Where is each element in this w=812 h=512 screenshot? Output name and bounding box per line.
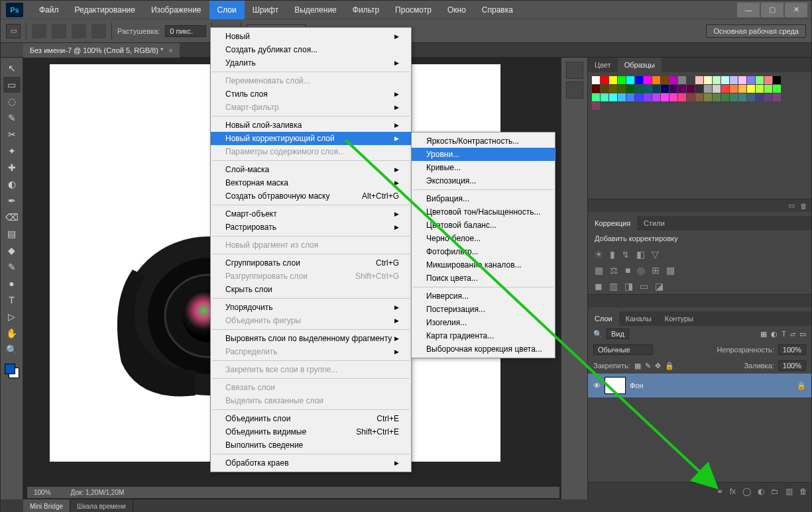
selective-color-icon[interactable]: ◪ [655, 281, 664, 291]
color-swatch-cell[interactable] [678, 93, 686, 101]
lock-pix-icon[interactable]: ✎ [645, 362, 651, 370]
menubar-item[interactable]: Шрифт [245, 1, 286, 19]
color-swatch-cell[interactable] [704, 76, 712, 84]
color-swatch-cell[interactable] [773, 85, 781, 93]
color-swatch-cell[interactable] [669, 85, 677, 93]
close-button[interactable]: ✕ [785, 3, 807, 17]
opacity-input[interactable]: 100% [778, 344, 806, 355]
menu-item[interactable]: Создать обтравочную маскуAlt+Ctrl+G [211, 189, 411, 203]
menu-item[interactable]: Слой-маска▶ [211, 163, 411, 176]
color-swatch-cell[interactable] [695, 93, 703, 101]
curves-icon[interactable]: ↯ [622, 249, 630, 260]
tab-paths[interactable]: Контуры [658, 311, 700, 326]
marquee-sub-icon[interactable] [72, 24, 86, 38]
filter-smart-icon[interactable]: ▭ [799, 330, 806, 338]
brightness-icon[interactable]: ☀ [595, 249, 603, 260]
new-layer-icon[interactable]: ▥ [785, 487, 793, 496]
group-icon[interactable]: 🗀 [771, 487, 779, 496]
color-swatch-cell[interactable] [721, 76, 729, 84]
menu-item[interactable]: Инверсия... [412, 289, 555, 303]
color-swatch-cell[interactable] [661, 93, 669, 101]
color-swatch-cell[interactable] [669, 93, 677, 101]
visibility-icon[interactable]: 👁 [593, 382, 601, 389]
tool-button[interactable]: ✎ [3, 110, 21, 126]
color-swatch-cell[interactable] [747, 85, 755, 93]
color-swatch-cell[interactable] [747, 93, 755, 101]
color-swatch-cell[interactable] [687, 93, 695, 101]
color-swatch-cell[interactable] [738, 76, 746, 84]
menubar-item[interactable]: Выделение [286, 1, 345, 19]
color-swatch-cell[interactable] [609, 76, 617, 84]
tab-timeline[interactable]: Шкала времени [70, 499, 133, 512]
color-swatch-cell[interactable] [626, 93, 634, 101]
tab-layers[interactable]: Слои [588, 311, 619, 326]
color-swatch-cell[interactable] [730, 76, 738, 84]
layer-row[interactable]: 👁 Фон 🔒 [588, 374, 811, 397]
marquee-int-icon[interactable] [91, 24, 106, 38]
mask-icon[interactable]: ◯ [742, 487, 751, 496]
document-tab[interactable]: Без имени-7 @ 100% (Слой 5, RGB/8) * × [23, 43, 180, 58]
menu-item[interactable]: Векторная маска▶ [211, 176, 411, 189]
filter-shape-icon[interactable]: ▱ [790, 330, 795, 338]
menu-item[interactable]: Уровни... [412, 148, 555, 161]
color-swatch-cell[interactable] [635, 93, 643, 101]
menu-item[interactable]: Изогелия... [412, 316, 555, 329]
zoom-level[interactable]: 100% [34, 489, 51, 496]
tool-button[interactable]: ✎ [3, 259, 21, 275]
tool-button[interactable]: ▤ [3, 226, 21, 242]
tab-adjustments[interactable]: Коррекция [588, 216, 637, 230]
color-swatch-cell[interactable] [592, 76, 600, 84]
color-swatch-cell[interactable] [687, 76, 695, 84]
color-swatch-cell[interactable] [644, 85, 652, 93]
menu-item[interactable]: Новый корректирующий слой▶ [211, 132, 411, 145]
color-swatch-cell[interactable] [695, 85, 703, 93]
maximize-button[interactable]: ▢ [761, 3, 783, 17]
color-swatch-cell[interactable] [756, 76, 764, 84]
color-swatch-cell[interactable] [730, 85, 738, 93]
color-swatch-cell[interactable] [713, 85, 721, 93]
menu-item[interactable]: Скрыть слои [211, 283, 411, 296]
menu-item[interactable]: Новый▶ [211, 30, 411, 43]
menubar-item[interactable]: Изображение [143, 1, 209, 19]
lock-all-icon[interactable]: 🔒 [665, 362, 674, 370]
color-swatch-cell[interactable] [721, 85, 729, 93]
menu-item[interactable]: Объединить видимыеShift+Ctrl+E [211, 425, 411, 438]
menu-item[interactable]: Поиск цвета... [412, 272, 555, 285]
tool-preset-icon[interactable]: ▭ [6, 24, 21, 38]
filter-pix-icon[interactable]: ▦ [760, 330, 767, 338]
color-swatch-cell[interactable] [678, 85, 686, 93]
menu-item[interactable]: Вибрация... [412, 192, 555, 205]
color-swatch-cell[interactable] [738, 93, 746, 101]
menubar-item[interactable]: Фильтр [345, 1, 387, 19]
tool-button[interactable]: ● [3, 276, 21, 291]
color-swatch-cell[interactable] [644, 93, 652, 101]
posterize-icon[interactable]: ▥ [609, 281, 618, 291]
tool-button[interactable]: 🔍 [3, 342, 21, 358]
color-swatch-cell[interactable] [730, 93, 738, 101]
menu-icon[interactable]: ▭ [788, 201, 795, 210]
panel-icon[interactable] [566, 81, 583, 99]
tool-button[interactable]: ◐ [3, 176, 21, 192]
tool-button[interactable]: ✦ [3, 143, 21, 159]
filter-type-icon[interactable]: T [782, 330, 786, 338]
menubar-item[interactable]: Просмотр [387, 1, 439, 19]
menu-item[interactable]: Объединить слоиCtrl+E [211, 412, 411, 425]
layer-thumbnail[interactable] [605, 377, 626, 394]
menu-item[interactable]: Удалить▶ [211, 56, 411, 70]
color-swatch-cell[interactable] [764, 76, 772, 84]
color-swatch-cell[interactable] [764, 93, 772, 101]
color-swatch-cell[interactable] [592, 85, 600, 93]
color-swatch-cell[interactable] [601, 76, 609, 84]
photo-filter-icon[interactable]: ◎ [637, 265, 645, 276]
panel-icon[interactable] [566, 62, 583, 79]
color-swatch[interactable] [5, 364, 19, 378]
menu-item[interactable]: Выровнять слои по выделенному фрагменту▶ [211, 332, 411, 345]
fx-icon[interactable]: fx [730, 487, 736, 496]
vibrance-icon[interactable]: ▽ [652, 249, 659, 260]
close-tab-icon[interactable]: × [168, 46, 172, 54]
menu-item[interactable]: Сгруппировать слоиCtrl+G [211, 256, 411, 270]
color-swatch-cell[interactable] [601, 93, 609, 101]
tool-button[interactable]: ⌫ [3, 209, 21, 225]
menu-item[interactable]: Кривые... [412, 161, 555, 174]
menu-item[interactable]: Цветовой тон/Насыщенность... [412, 205, 555, 219]
